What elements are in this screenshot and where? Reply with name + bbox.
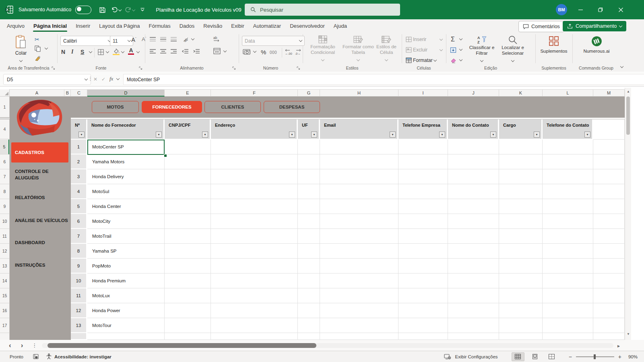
- filter-dropdown-icon[interactable]: ▼: [156, 132, 162, 138]
- table-header-uf[interactable]: UF▼: [298, 119, 320, 140]
- table-row-num[interactable]: 5: [71, 199, 87, 214]
- clear-dropdown-chevron[interactable]: [459, 58, 462, 61]
- empty-cell[interactable]: [593, 274, 625, 288]
- empty-cell[interactable]: [320, 154, 398, 169]
- table-row-name[interactable]: Yamaha Motors: [87, 154, 165, 169]
- empty-cell[interactable]: [499, 274, 543, 288]
- row-header-13[interactable]: 13: [0, 259, 9, 274]
- row-header-10[interactable]: 10: [0, 214, 9, 229]
- column-header-K[interactable]: K: [499, 89, 543, 97]
- empty-cell[interactable]: [320, 140, 398, 154]
- category-tab-despesas[interactable]: DESPESAS: [264, 101, 320, 113]
- cut-button[interactable]: ✂: [35, 36, 39, 43]
- empty-cell[interactable]: [543, 244, 593, 259]
- row-header-1[interactable]: 1: [0, 97, 9, 117]
- ribbon-tab-página-inicial[interactable]: Página Inicial: [29, 19, 71, 33]
- empty-cell[interactable]: [543, 184, 593, 199]
- increase-indent-icon[interactable]: [193, 49, 200, 54]
- table-row-name[interactable]: MotoLux: [87, 288, 165, 303]
- empty-cell[interactable]: [499, 214, 543, 229]
- sidebar-item-cadastros[interactable]: CADASTROS: [11, 142, 68, 162]
- row-header-7[interactable]: 7: [0, 169, 9, 184]
- empty-cell[interactable]: [448, 318, 499, 333]
- empty-cell[interactable]: [398, 140, 448, 154]
- empty-cell[interactable]: [448, 184, 499, 199]
- empty-cell[interactable]: [320, 184, 398, 199]
- macro-record-icon[interactable]: [33, 354, 39, 359]
- filter-dropdown-icon[interactable]: ▼: [202, 132, 208, 138]
- row-header-6[interactable]: 6: [0, 154, 9, 169]
- empty-cell[interactable]: [320, 303, 398, 318]
- borders-dropdown-chevron[interactable]: [106, 50, 109, 53]
- column-header-E[interactable]: E: [165, 89, 211, 97]
- empty-cell[interactable]: [165, 154, 211, 169]
- empty-cell[interactable]: [543, 229, 593, 244]
- empty-cell[interactable]: [398, 169, 448, 184]
- save-icon[interactable]: [96, 4, 108, 16]
- sidebar-item-dashboard[interactable]: DASHBOARD: [11, 237, 68, 248]
- empty-cell[interactable]: [499, 229, 543, 244]
- empty-cell[interactable]: [320, 229, 398, 244]
- scroll-down-icon[interactable]: ▼: [627, 332, 630, 336]
- minimize-button[interactable]: [572, 0, 589, 19]
- normal-view-button[interactable]: [512, 352, 524, 361]
- empty-cell[interactable]: [211, 303, 298, 318]
- table-row-name[interactable]: MotoTour: [87, 318, 165, 333]
- vertical-scrollbar[interactable]: ▲ ▼: [625, 88, 631, 340]
- table-header-endere-o[interactable]: Endereço▼: [211, 119, 298, 140]
- empty-cell[interactable]: [543, 199, 593, 214]
- table-row-num[interactable]: 8: [71, 244, 87, 259]
- empty-cell[interactable]: [165, 318, 211, 333]
- empty-cell[interactable]: [499, 303, 543, 318]
- column-header-B[interactable]: B: [64, 89, 71, 97]
- filter-dropdown-icon[interactable]: ▼: [584, 132, 590, 138]
- sidebar-item-controle-de-alugu-is[interactable]: CONTROLE DE ALUGUÉIS: [11, 166, 68, 183]
- align-right-icon[interactable]: [171, 49, 177, 54]
- empty-cell[interactable]: [593, 229, 625, 244]
- view-settings-icon[interactable]: [444, 354, 451, 360]
- empty-cell[interactable]: [398, 244, 448, 259]
- font-color-dropdown-chevron[interactable]: [136, 50, 140, 53]
- empty-cell[interactable]: [398, 259, 448, 274]
- empty-cell[interactable]: [448, 214, 499, 229]
- empty-cell[interactable]: [593, 259, 625, 274]
- empty-cell[interactable]: [211, 169, 298, 184]
- category-tab-motos[interactable]: MOTOS: [92, 101, 139, 113]
- empty-cell[interactable]: [211, 199, 298, 214]
- borders-button[interactable]: [97, 49, 104, 56]
- column-header-J[interactable]: J: [448, 89, 499, 97]
- empty-cell[interactable]: [320, 274, 398, 288]
- merge-center-icon[interactable]: [213, 48, 221, 54]
- ribbon-tab-arquivo[interactable]: Arquivo: [2, 19, 29, 33]
- table-header-num[interactable]: Nº▼: [71, 119, 87, 140]
- zoom-slider[interactable]: [576, 356, 614, 357]
- scroll-up-icon[interactable]: ▲: [627, 90, 630, 93]
- table-row-name[interactable]: Yamaha SP: [87, 244, 165, 259]
- empty-cell[interactable]: [448, 333, 499, 340]
- ribbon-tab-inserir[interactable]: Inserir: [71, 19, 95, 33]
- empty-cell[interactable]: [593, 244, 625, 259]
- column-header-I[interactable]: I: [398, 89, 448, 97]
- empty-cell[interactable]: [448, 140, 499, 154]
- empty-cell[interactable]: [499, 169, 543, 184]
- italic-button[interactable]: I: [71, 49, 73, 55]
- zoom-slider-thumb[interactable]: [594, 354, 596, 359]
- alignment-dialog-launcher[interactable]: [232, 66, 236, 70]
- clipboard-dialog-launcher[interactable]: [52, 66, 56, 70]
- orientation-dropdown-chevron[interactable]: [191, 37, 194, 40]
- font-name-select[interactable]: Calibri: [60, 36, 114, 46]
- table-row-name[interactable]: MotoCity: [87, 214, 165, 229]
- zoom-in-button[interactable]: +: [618, 354, 621, 360]
- empty-cell[interactable]: [87, 333, 165, 340]
- clear-button[interactable]: [450, 58, 456, 63]
- empty-cell[interactable]: [211, 274, 298, 288]
- autosum-dropdown-chevron[interactable]: [459, 37, 462, 40]
- table-row-num[interactable]: 10: [71, 274, 87, 288]
- empty-cell[interactable]: [211, 259, 298, 274]
- empty-cell[interactable]: [165, 214, 211, 229]
- empty-cell[interactable]: [593, 303, 625, 318]
- table-row-num[interactable]: 13: [71, 318, 87, 333]
- row-header-17[interactable]: 17: [0, 318, 9, 333]
- empty-cell[interactable]: [543, 318, 593, 333]
- empty-cell[interactable]: [298, 318, 320, 333]
